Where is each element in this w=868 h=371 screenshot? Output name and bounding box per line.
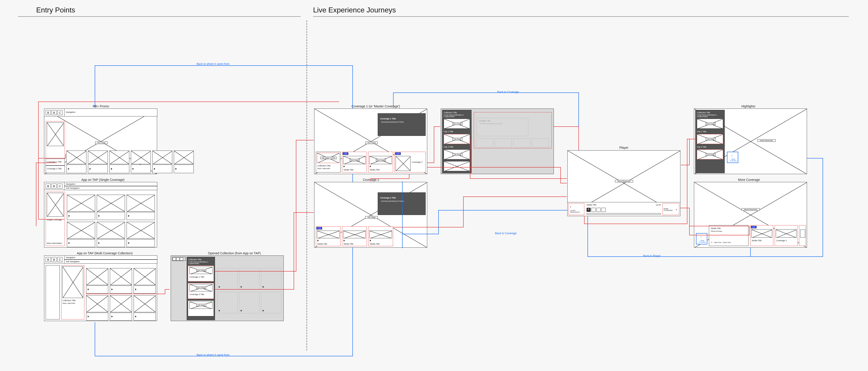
frame-label-rbplus: RB+ Promo — [93, 104, 109, 108]
svg-line-4 — [67, 151, 86, 164]
promo-card[interactable]: Coverage 1 Title Coverage 2 Title — [46, 121, 65, 173]
frame-label-single: App on TAP (Single Coverage) — [81, 178, 125, 182]
cov1-title: Coverage 1 Title — [47, 161, 62, 163]
svg-line-41 — [110, 296, 132, 312]
single-card[interactable]: Single Coverage More information — [46, 192, 65, 246]
svg-line-25 — [67, 222, 95, 239]
header-rule-right — [313, 16, 849, 17]
logo-b1: B — [46, 110, 51, 115]
svg-line-7 — [88, 151, 107, 164]
svg-line-65 — [343, 231, 366, 238]
media-tile-1[interactable]: LIVE Hero Image Media Title — [342, 152, 367, 173]
media-tile-2[interactable]: Media Title — [342, 226, 367, 246]
frame-player: Media Placeholder ‹ COUNT HIGHLIGHTS Med… — [567, 150, 680, 216]
hero-badge2: Hero Image — [350, 159, 360, 161]
svg-line-74 — [444, 161, 470, 171]
more-info: More information — [47, 242, 62, 244]
clip1-tile[interactable]: Clip Image — [697, 134, 723, 144]
coll-sub: Starts: Date/Suffix — [317, 168, 330, 169]
opened-row-2[interactable]: Hero Image Coverage 2 Title — [188, 283, 214, 299]
flow-back-cov-mid: Back to Coverage — [495, 232, 517, 235]
svg-line-40 — [110, 296, 132, 312]
cov2: Coverage 2 Title — [189, 293, 204, 296]
section-header-right: Live Experience Journeys — [313, 6, 396, 14]
media-placeholder: Media Placeholder — [742, 208, 760, 211]
cov2-tile[interactable]: LIVE Coverage 2 — [395, 152, 426, 173]
panel-sub: Summary (including Key Points) — [381, 200, 404, 202]
coll-title: Collection Title — [444, 112, 457, 114]
svg-line-6 — [88, 151, 107, 164]
svg-line-63 — [317, 231, 339, 238]
svg-line-8 — [110, 151, 129, 164]
chevron-right-icon: › — [701, 235, 702, 239]
frame-cov1: Hero Image Coverage 1 Title Summary (inc… — [314, 109, 427, 174]
chevron-right-icon: › — [732, 154, 733, 157]
svg-line-34 — [110, 268, 132, 285]
clip2-tile[interactable]: Clip Image — [697, 149, 723, 159]
ff-button[interactable] — [596, 208, 600, 212]
svg-line-90 — [776, 230, 796, 237]
play-button[interactable]: ▶ — [587, 208, 591, 212]
mute-button[interactable] — [601, 208, 606, 212]
live: LIVE — [751, 226, 756, 228]
svg-line-15 — [174, 151, 193, 164]
svg-line-26 — [97, 222, 125, 239]
start-end: Start Time - Finish Time — [714, 242, 731, 243]
live2: LIVE — [395, 152, 401, 155]
svg-line-59 — [396, 156, 410, 171]
multi-card[interactable]: Collection Title Starts: Date/Suffix — [61, 265, 84, 319]
subnav: Sub Navigation — [66, 260, 80, 263]
subnav: Sub Navigation — [66, 187, 80, 189]
media-title2: Media Title — [370, 169, 380, 171]
svg-line-64 — [343, 231, 366, 238]
more-cov-tile-2[interactable]: Coverage 1 — [775, 225, 798, 246]
svg-line-13 — [153, 151, 172, 164]
live: LIVE — [316, 227, 322, 229]
more-coverage-button[interactable]: MORE COVERAGE › — [662, 203, 679, 215]
nav: Navigation — [66, 256, 75, 259]
svg-line-23 — [127, 195, 155, 211]
section-header-left: Entry Points — [36, 6, 75, 14]
clip-btn: Clip Image — [706, 138, 716, 141]
media-tile-3[interactable]: Media Title — [368, 226, 393, 246]
now-playing-badge: › NOW PLAYING — [696, 233, 707, 244]
svg-line-37 — [134, 268, 156, 285]
frame-label-highlights: Highlights — [741, 104, 755, 108]
svg-line-19 — [67, 195, 95, 211]
now-playing: NOW PLAYING — [698, 240, 707, 243]
clip1-tile[interactable]: Clip Image — [444, 134, 470, 144]
more-cov-tile-3[interactable] — [799, 225, 806, 246]
coll-sub: Credit (Team/Outfit/Stable or Location/S… — [444, 114, 470, 117]
svg-line-75 — [444, 161, 470, 171]
media3: Media Title — [370, 243, 380, 245]
svg-line-88 — [752, 230, 772, 237]
logo-c: C — [57, 184, 62, 189]
now-playing-badge: › NOW PLAYING — [727, 152, 738, 163]
scrubber[interactable] — [587, 213, 661, 215]
time: 12:43 — [656, 204, 661, 206]
svg-line-30 — [63, 267, 83, 298]
frame-rbplus: B B C Navigation Hero Image Coverage 1 T… — [44, 109, 157, 174]
media-title: Media Title — [344, 169, 353, 171]
hero-badge: Hero Image — [706, 123, 716, 125]
more-cov-tile-1[interactable]: LIVE Media Title — [750, 225, 773, 246]
frame-multi: B B C Navigation Sub Navigation Collecti… — [44, 255, 157, 321]
logo-b1: B — [46, 257, 51, 262]
cov2-title: Coverage 2 Title — [47, 167, 62, 170]
media-tile-1[interactable]: LIVE Media Title — [316, 226, 341, 246]
hero-badge2: Hero Image — [196, 286, 206, 289]
rw-button[interactable] — [592, 208, 596, 212]
clip-tile[interactable]: Clip Image / N mins — [317, 153, 340, 163]
svg-line-91 — [776, 230, 796, 237]
frame-label-cov1: Coverage 1 (or 'Master Coverage') — [351, 104, 400, 108]
svg-line-20 — [97, 195, 125, 211]
mt1: Media Title — [752, 240, 762, 242]
cov1: Coverage 1 Title — [189, 276, 204, 278]
panel-sub: Summary (including Key Points) — [381, 121, 404, 123]
back-highlights-button[interactable]: ‹ COUNT HIGHLIGHTS — [568, 203, 584, 215]
logo-b2: B — [52, 184, 57, 189]
nav: Navigation — [66, 183, 75, 185]
opened-row-1[interactable]: Hero Image Coverage 1 Title — [188, 266, 214, 281]
media-tile-2[interactable]: Hero Image Media Title — [368, 152, 393, 173]
svg-line-35 — [110, 268, 132, 285]
